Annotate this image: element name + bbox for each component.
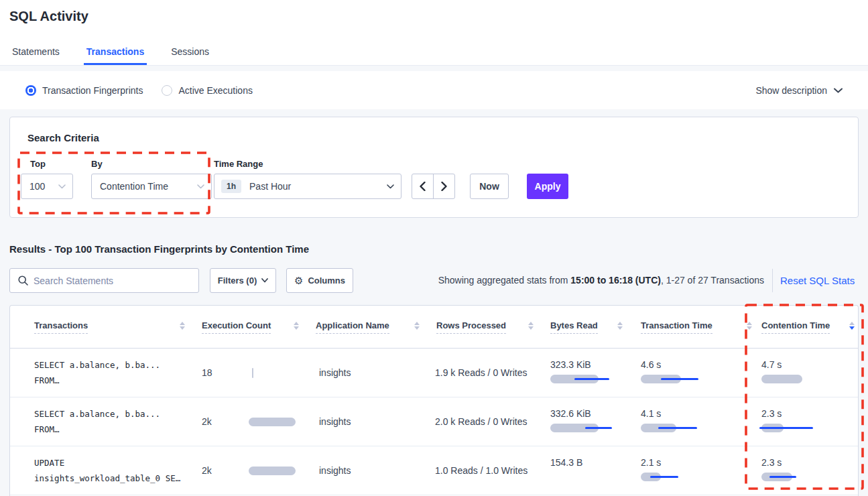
transaction-fingerprint-link[interactable]: SELECT a.balance, b.ba...FROM… xyxy=(34,349,160,397)
view-radio-group: Transaction Fingerprints Active Executio… xyxy=(25,71,253,109)
contention-time-bar-chart xyxy=(761,375,855,383)
search-icon xyxy=(18,275,28,286)
rows-processed-cell: 1.9 k Reads / 0 Writes xyxy=(435,349,527,397)
sort-icon-application-name[interactable] xyxy=(414,322,420,330)
radio-transaction-fingerprints[interactable]: Transaction Fingerprints xyxy=(25,85,143,96)
transaction-time-bar-chart xyxy=(641,424,735,432)
radio-active-executions[interactable]: Active Executions xyxy=(162,85,253,96)
contention-time-stddev-line xyxy=(759,427,813,429)
apply-button[interactable]: Apply xyxy=(527,174,568,199)
transaction-time-stddev-line xyxy=(658,427,697,429)
time-next-button[interactable] xyxy=(434,174,455,198)
column-header-transactions[interactable]: Transactions xyxy=(34,306,88,349)
sort-icon-transactions[interactable] xyxy=(180,322,185,330)
execution-count-bar xyxy=(252,368,253,378)
top-select[interactable]: 100 xyxy=(21,174,73,199)
sort-icon-bytes-read[interactable] xyxy=(617,322,623,330)
columns-button[interactable]: ⚙ Columns xyxy=(286,268,353,293)
table-body: SELECT a.balance, b.ba...FROM…18insights… xyxy=(10,349,858,495)
view-toggle-band: Transaction Fingerprints Active Executio… xyxy=(0,71,868,109)
sql-line-1: SELECT a.balance, b.ba... xyxy=(34,357,160,373)
page-header: SQL Activity Statements Transactions Ses… xyxy=(0,0,868,66)
transaction-time-stddev-line xyxy=(661,378,698,380)
sort-icon-contention-time[interactable] xyxy=(849,322,855,330)
sql-line-2: FROM… xyxy=(34,373,160,388)
transaction-fingerprint-link[interactable]: UPDATEinsights_workload_table_0 SE… xyxy=(34,446,180,495)
sql-line-2: insights_workload_table_0 SE… xyxy=(34,471,180,486)
bytes-read-value: 323.3 KiB xyxy=(550,359,644,371)
contention-time-cell: 2.3 s xyxy=(761,397,855,446)
contention-time-stddev-line xyxy=(769,476,796,478)
time-range-value: Past Hour xyxy=(249,181,291,192)
show-description-toggle[interactable]: Show description xyxy=(755,71,843,109)
contention-time-mean-bar xyxy=(761,375,802,383)
column-header-label: Execution Count xyxy=(202,320,271,334)
bytes-read-cell: 154.3 B xyxy=(550,446,644,495)
stats-prefix: Showing aggregated stats from xyxy=(438,275,571,286)
results-heading: Results - Top 100 Transaction Fingerprin… xyxy=(9,243,309,255)
bytes-read-value: 332.6 KiB xyxy=(550,408,644,420)
execution-count-value: 2k xyxy=(202,465,212,476)
by-label: By xyxy=(91,159,103,169)
rows-processed-cell: 2.0 k Reads / 0 Writes xyxy=(435,397,527,446)
application-name-cell: insights xyxy=(319,446,351,495)
transaction-fingerprint-link[interactable]: SELECT a.balance, b.ba...FROM… xyxy=(34,397,160,446)
transactions-table: TransactionsExecution CountApplication N… xyxy=(9,305,859,496)
chevron-down-icon xyxy=(834,88,843,93)
radio-unselected-icon[interactable] xyxy=(162,85,172,96)
time-range-label: Time Range xyxy=(214,159,263,169)
column-header-bytes-read[interactable]: Bytes Read xyxy=(550,306,598,349)
time-range-badge: 1h xyxy=(221,180,241,193)
filters-button[interactable]: Filters (0) xyxy=(210,268,276,293)
bytes-read-bar-chart xyxy=(550,473,644,481)
stats-summary: Showing aggregated stats from 15:00 to 1… xyxy=(438,268,764,293)
column-header-rows-processed[interactable]: Rows Processed xyxy=(436,306,506,349)
chevron-down-icon xyxy=(197,184,211,189)
time-range-select[interactable]: 1h Past Hour xyxy=(214,174,401,199)
columns-label: Columns xyxy=(308,275,345,286)
radio-label: Active Executions xyxy=(178,85,253,96)
chevron-left-icon xyxy=(420,182,426,191)
column-header-application-name[interactable]: Application Name xyxy=(316,306,389,349)
show-description-label: Show description xyxy=(755,85,827,96)
sort-icon-transaction-time[interactable] xyxy=(747,322,752,330)
transaction-time-cell: 2.1 s xyxy=(641,446,735,495)
sort-icon-execution-count[interactable] xyxy=(294,322,299,330)
column-header-label: Transactions xyxy=(34,320,88,334)
search-statements-box xyxy=(9,268,199,293)
top-label: Top xyxy=(30,159,46,169)
now-button[interactable]: Now xyxy=(470,174,509,199)
column-header-label: Application Name xyxy=(316,320,389,334)
stats-time-range: 15:00 to 16:18 (UTC) xyxy=(570,275,661,286)
sql-line-1: SELECT a.balance, b.ba... xyxy=(34,406,160,422)
divider xyxy=(772,269,773,292)
tab-statements[interactable]: Statements xyxy=(9,46,62,65)
execution-count-bar xyxy=(249,467,296,475)
gear-icon: ⚙ xyxy=(294,275,303,286)
chevron-right-icon xyxy=(441,182,447,191)
column-header-label: Bytes Read xyxy=(550,320,598,334)
bytes-read-value: 154.3 B xyxy=(550,457,644,469)
column-header-execution-count[interactable]: Execution Count xyxy=(202,306,271,349)
column-header-transaction-time[interactable]: Transaction Time xyxy=(641,306,712,349)
search-statements-input[interactable] xyxy=(34,275,198,286)
time-prev-button[interactable] xyxy=(412,174,434,198)
sort-icon-rows-processed[interactable] xyxy=(528,322,534,330)
by-select[interactable]: Contention Time xyxy=(91,174,212,199)
reset-sql-stats-link[interactable]: Reset SQL Stats xyxy=(780,268,855,293)
sql-line-1: UPDATE xyxy=(34,455,180,471)
transaction-time-cell: 4.6 s xyxy=(641,349,735,397)
column-header-contention-time[interactable]: Contention Time xyxy=(761,306,830,349)
search-criteria-card: Search Criteria Top 100 By Contention Ti… xyxy=(9,117,859,218)
table-header-row: TransactionsExecution CountApplication N… xyxy=(10,306,858,349)
tab-sessions[interactable]: Sessions xyxy=(168,46,212,65)
by-select-value: Contention Time xyxy=(92,181,168,192)
search-criteria-heading: Search Criteria xyxy=(27,132,99,143)
sql-line-2: FROM… xyxy=(34,422,160,437)
transaction-time-bar-chart xyxy=(641,473,735,481)
contention-time-value: 2.3 s xyxy=(761,457,855,469)
contention-time-bar-chart xyxy=(761,473,855,481)
filters-label: Filters (0) xyxy=(218,275,257,286)
tab-transactions[interactable]: Transactions xyxy=(84,46,147,65)
radio-selected-icon[interactable] xyxy=(25,85,36,96)
